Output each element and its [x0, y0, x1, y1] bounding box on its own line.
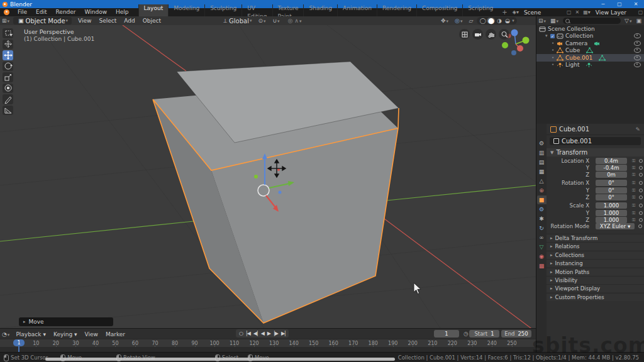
tool-box-select-button[interactable]	[3, 28, 13, 38]
cube-object[interactable]	[153, 62, 399, 323]
viewport-menu-view[interactable]: View	[74, 18, 95, 24]
menu-window[interactable]: Window	[80, 8, 112, 16]
playhead[interactable]	[18, 346, 19, 352]
outliner-row-scene-collection[interactable]: Scene Collection	[536, 25, 644, 33]
properties-tab-material[interactable]: ◉	[537, 252, 547, 261]
tool-transform-button[interactable]	[3, 84, 13, 94]
properties-tab-tool[interactable]: ⚙	[537, 139, 547, 148]
outliner-row-camera[interactable]: •Camera	[536, 40, 644, 47]
play-reverse-button[interactable]: ◀	[260, 331, 265, 336]
auto-key-button[interactable]: ○	[238, 331, 244, 336]
transform-value-field[interactable]: 0°	[596, 187, 627, 194]
viewport-menu-add[interactable]: Add	[120, 18, 138, 24]
snap-magnet-icon[interactable]: ∪▾	[271, 18, 282, 24]
rotation-mode-dropdown[interactable]: XYZ Euler ▾	[596, 223, 635, 229]
add-workspace-button[interactable]: +	[498, 9, 511, 16]
shading-material-icon[interactable]: ◑	[495, 18, 503, 24]
prev-keyframe-button[interactable]: ◀|	[252, 331, 259, 336]
nav-camera-view-button[interactable]	[472, 29, 483, 40]
jump-to-start-button[interactable]: |◀	[245, 331, 252, 336]
timeline-menu-keying[interactable]: Keying ▾	[50, 331, 81, 337]
expander-icon[interactable]: •	[552, 55, 557, 60]
viewport-menu-select[interactable]: Select	[95, 18, 120, 24]
lock-icon[interactable]: ⚿	[632, 188, 635, 193]
section-collections[interactable]: ▸Collections	[547, 251, 644, 259]
animate-decorator[interactable]	[639, 181, 643, 185]
pivot-point-icon[interactable]: ⊙▾	[256, 18, 268, 24]
expander-icon[interactable]: •	[552, 41, 557, 46]
properties-tab-world[interactable]: ⊕	[537, 186, 547, 195]
shading-solid-icon[interactable]: ⬤	[487, 18, 495, 24]
gizmo-plane-handle[interactable]	[279, 191, 282, 194]
animate-decorator[interactable]	[639, 166, 643, 170]
section-viewport-display[interactable]: ▸Viewport Display	[547, 284, 644, 292]
hide-in-viewport-icon[interactable]	[634, 33, 641, 38]
animate-decorator[interactable]	[639, 173, 643, 177]
tool-cursor-button[interactable]	[3, 40, 13, 50]
properties-tab-constraints[interactable]: ∞	[537, 233, 547, 242]
section-relations[interactable]: ▸Relations	[547, 242, 644, 250]
nav-zoom-button[interactable]	[499, 29, 509, 40]
maximize-button[interactable]: ▢	[611, 0, 628, 8]
view-layer-icon[interactable]: ▦▾	[582, 9, 592, 15]
frame-start-field[interactable]: Start1	[469, 330, 499, 337]
editor-type-icon[interactable]: ⊞▾	[0, 18, 12, 24]
lock-icon[interactable]: ⚿	[632, 180, 635, 185]
expander-icon[interactable]: •	[552, 62, 557, 67]
transform-orientation-dropdown[interactable]: Global	[229, 18, 249, 25]
menu-render[interactable]: Render	[52, 8, 80, 16]
hide-in-viewport-icon[interactable]	[634, 62, 641, 67]
pin-icon[interactable]: ✎	[635, 126, 640, 133]
menu-file[interactable]: File	[13, 8, 31, 16]
timeline-menu-view[interactable]: View	[81, 331, 102, 337]
play-button[interactable]: ▶	[266, 331, 272, 336]
new-scene-icon[interactable]: ▢	[565, 9, 573, 15]
transform-value-field[interactable]: 0°	[596, 194, 627, 200]
lock-icon[interactable]: ⚿	[632, 195, 635, 200]
section-delta-transform[interactable]: ▸Delta Transform	[547, 234, 644, 242]
outliner-row-cube[interactable]: •Cube	[536, 47, 644, 55]
expander-icon[interactable]: ▾	[545, 33, 550, 38]
properties-tab-texture[interactable]: ▩	[537, 261, 547, 270]
next-keyframe-button[interactable]: |▶	[272, 331, 279, 336]
frame-end-field[interactable]: End250	[501, 330, 531, 337]
show-gizmos-icon[interactable]: ✥▾	[439, 18, 451, 24]
lock-icon[interactable]: ⚿	[632, 172, 635, 177]
hide-in-viewport-icon[interactable]	[634, 55, 641, 60]
current-frame-indicator[interactable]: 1	[13, 339, 25, 346]
properties-tab-scene[interactable]: △	[537, 177, 547, 185]
xray-toggle-icon[interactable]: ▱	[467, 18, 475, 24]
properties-tab-modifiers[interactable]: ⚙	[537, 205, 547, 214]
transform-value-field[interactable]: 1.000	[596, 210, 627, 216]
new-view-layer-icon[interactable]: ▢	[637, 9, 644, 15]
timeline-menu-marker[interactable]: Marker	[102, 331, 129, 337]
animate-decorator[interactable]	[639, 204, 643, 207]
transform-value-field[interactable]: 0m	[596, 172, 627, 178]
nav-axis-z-neg[interactable]	[511, 50, 516, 55]
properties-tab-physics[interactable]: ↻	[537, 224, 547, 233]
menu-help[interactable]: Help	[111, 8, 133, 16]
menu-edit[interactable]: Edit	[31, 8, 51, 16]
animate-decorator[interactable]	[639, 189, 643, 192]
view-layer-selector[interactable]: View Layer	[593, 9, 636, 16]
outliner-options-icon[interactable]: ▣	[635, 18, 644, 24]
current-frame-field[interactable]: 1	[434, 330, 459, 337]
object-name-field[interactable]: Cube.001	[550, 137, 641, 145]
nav-perspective-grid-button[interactable]	[459, 29, 470, 40]
tool-rotate-button[interactable]	[3, 62, 13, 72]
outliner-row-collection[interactable]: ▾✓Collection	[536, 33, 644, 40]
lock-icon[interactable]: ⚿	[632, 165, 635, 170]
timeline-menu-playback[interactable]: Playback ▾	[12, 331, 50, 337]
section-motion-paths[interactable]: ▸Motion Paths	[547, 268, 644, 276]
expander-icon[interactable]: •	[552, 48, 557, 53]
collection-checkbox[interactable]: ✓	[550, 34, 555, 38]
lock-icon[interactable]: ⚿	[632, 211, 635, 216]
section-custom-properties[interactable]: ▸Custom Properties	[547, 293, 644, 301]
properties-tab-object[interactable]: ■	[537, 195, 547, 204]
animate-decorator[interactable]	[639, 218, 643, 222]
animate-decorator[interactable]	[639, 211, 643, 215]
mode-dropdown[interactable]: ▣ Object Mode ▾	[13, 17, 72, 25]
blender-logo-icon[interactable]	[4, 9, 9, 15]
tool-scale-button[interactable]	[3, 72, 13, 82]
animate-decorator[interactable]	[638, 224, 642, 228]
